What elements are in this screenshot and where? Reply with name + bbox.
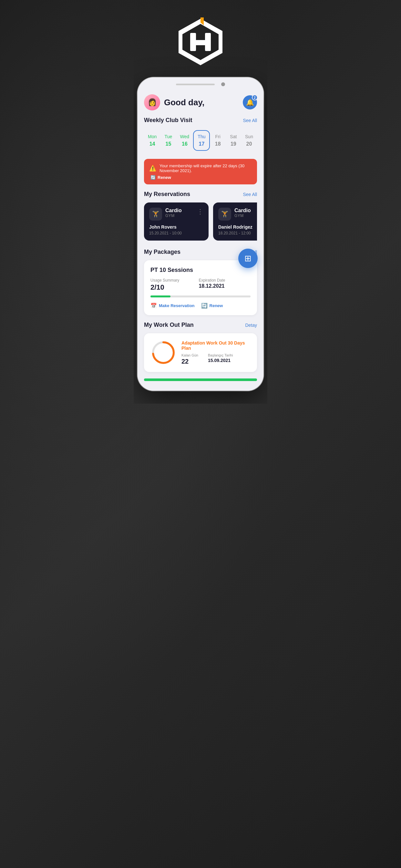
phone-notch <box>137 78 264 89</box>
workout-card: Adaptation Work Out 30 Days Plan Kalan G… <box>144 333 257 372</box>
res-title-1: Cardio GYM <box>162 208 197 218</box>
greeting-text: Good day, <box>164 97 204 107</box>
make-reservation-button[interactable]: 📅 Make Reservation <box>150 303 195 309</box>
alert-message: Your membership will expire after 22 day… <box>159 163 252 173</box>
renew-label: Renew <box>158 175 171 180</box>
reservations-title: My Reservations <box>144 191 190 197</box>
alert-row: ⚠️ Your membership will expire after 22 … <box>149 163 252 173</box>
day-item-thu[interactable]: Thu 17 <box>193 130 210 151</box>
day-name: Thu <box>197 134 205 139</box>
workout-progress-circle <box>150 340 176 366</box>
day-item-sun[interactable]: Sun 20 <box>241 131 257 150</box>
alert-renew-button[interactable]: 🔄 Renew <box>149 175 252 180</box>
res-type-1: GYM <box>165 213 194 218</box>
phone-mockup: 👩 Good day, 🔔 2 Weekly Club Visit See Al… <box>137 78 264 391</box>
renew-pkg-icon: 🔄 <box>201 303 208 309</box>
progress-svg <box>150 340 176 366</box>
res-date-2: 18.20.2021 - 12:00 <box>218 231 257 236</box>
reservations-header: My Reservations See All <box>144 191 257 197</box>
renew-icon: 🔄 <box>150 175 156 180</box>
weekly-visit-section: Weekly Club Visit See All Mon 14 Tue 15 … <box>137 117 264 152</box>
workout-detay-link[interactable]: Detay <box>245 322 257 328</box>
start-value: 15.09.2021 <box>208 358 233 363</box>
weekly-calendar: Mon 14 Tue 15 Wed 16 Thu 17 Fri 18 Sat 1… <box>144 128 257 152</box>
expiry-label: Expiration Date <box>198 278 225 283</box>
reservation-card-2[interactable]: 🏋️ Cardio GYM ⋮ Daniel Rodrigez 18.20.20… <box>213 203 257 241</box>
usage-value: 2/10 <box>150 283 179 291</box>
notification-button[interactable]: 🔔 2 <box>243 95 257 110</box>
logo-section <box>175 0 226 78</box>
res-header-2: 🏋️ Cardio GYM ⋮ <box>218 208 257 221</box>
logo-hexagon <box>175 16 226 68</box>
day-item-tue[interactable]: Tue 15 <box>160 131 176 150</box>
app-header: 👩 Good day, 🔔 2 <box>137 89 264 117</box>
reservations-see-all[interactable]: See All <box>243 192 257 197</box>
weekly-visit-header: Weekly Club Visit See All <box>144 117 257 124</box>
membership-alert: ⚠️ Your membership will expire after 22 … <box>144 159 257 184</box>
days-left-group: Kalan Gün 22 <box>181 353 198 365</box>
package-actions: 📅 Make Reservation 🔄 Renew <box>150 303 251 309</box>
expiry-value: 18.12.2021 <box>198 283 225 289</box>
usage-group: Usage Summary 2/10 <box>150 278 179 291</box>
days-left-value: 22 <box>181 358 198 365</box>
day-name: Mon <box>148 134 157 139</box>
days-left-label: Kalan Gün <box>181 353 198 357</box>
res-trainer-1: John Rovers <box>149 224 204 229</box>
day-num: 14 <box>150 141 155 147</box>
packages-title: My Packages <box>144 249 181 255</box>
day-name: Wed <box>180 134 189 139</box>
workout-info: Adaptation Work Out 30 Days Plan Kalan G… <box>181 340 251 365</box>
day-num: 17 <box>199 141 205 147</box>
bottom-bar <box>144 378 257 381</box>
fab-icon: ⊞ <box>244 253 251 264</box>
reservations-section: My Reservations See All 🏋️ Cardio GYM ⋮ <box>137 191 264 242</box>
res-trainer-2: Daniel Rodrigez <box>218 224 257 229</box>
alert-section: ⚠️ Your membership will expire after 22 … <box>137 159 264 184</box>
start-date-group: Başlangıç Tarihi 15.09.2021 <box>208 353 233 365</box>
make-reservation-label: Make Reservation <box>159 303 195 308</box>
day-item-mon[interactable]: Mon 14 <box>144 131 160 150</box>
notification-badge: 2 <box>252 95 258 100</box>
res-type-2: GYM <box>235 213 257 218</box>
res-name-1: Cardio <box>165 208 194 213</box>
weekly-visit-title: Weekly Club Visit <box>144 117 192 124</box>
package-renew-button[interactable]: 🔄 Renew <box>201 303 223 309</box>
notch-camera <box>221 82 225 86</box>
avatar[interactable]: 👩 <box>144 94 160 111</box>
calendar-icon: 📅 <box>150 303 157 309</box>
alert-triangle-icon: ⚠️ <box>149 165 156 172</box>
res-name-2: Cardio <box>235 208 257 213</box>
usage-label: Usage Summary <box>150 278 179 283</box>
package-progress-bar <box>150 296 251 298</box>
reservation-card-1[interactable]: 🏋️ Cardio GYM ⋮ John Rovers 15.20.2021 -… <box>144 203 209 241</box>
package-meta: Usage Summary 2/10 Expiration Date 18.12… <box>150 278 251 291</box>
day-item-sat[interactable]: Sat 19 <box>226 131 241 150</box>
workout-title: My Work Out Plan <box>144 321 194 329</box>
day-item-wed[interactable]: Wed 16 <box>176 131 193 150</box>
workout-header: My Work Out Plan Detay <box>144 321 257 329</box>
fab-button[interactable]: ⊞ <box>238 249 258 268</box>
res-dots-1[interactable]: ⋮ <box>197 208 204 215</box>
day-name: Tue <box>165 134 173 139</box>
res-icon-1: 🏋️ <box>149 208 162 221</box>
day-num: 15 <box>166 141 172 147</box>
workout-section: My Work Out Plan Detay Adaptation Work O… <box>137 321 264 372</box>
day-name: Sat <box>230 134 237 139</box>
package-name: PT 10 Sessions <box>150 267 251 274</box>
day-item-fri[interactable]: Fri 18 <box>210 131 226 150</box>
day-num: 19 <box>230 141 236 147</box>
start-label: Başlangıç Tarihi <box>208 353 233 357</box>
package-card: PT 10 Sessions Usage Summary 2/10 Expira… <box>144 260 257 315</box>
res-icon-2: 🏋️ <box>218 208 231 221</box>
res-header-1: 🏋️ Cardio GYM ⋮ <box>149 208 204 221</box>
day-num: 16 <box>182 141 188 147</box>
package-progress-fill <box>150 296 171 298</box>
day-name: Fri <box>215 134 220 139</box>
notch-pill <box>176 84 215 85</box>
workout-plan-name: Adaptation Work Out 30 Days Plan <box>181 340 251 351</box>
workout-meta: Kalan Gün 22 Başlangıç Tarihi 15.09.2021 <box>181 353 251 365</box>
avatar-image: 👩 <box>144 94 160 111</box>
header-left: 👩 Good day, <box>144 94 204 111</box>
res-date-1: 15.20.2021 - 10:00 <box>149 231 204 236</box>
weekly-visit-see-all[interactable]: See All <box>243 118 257 123</box>
